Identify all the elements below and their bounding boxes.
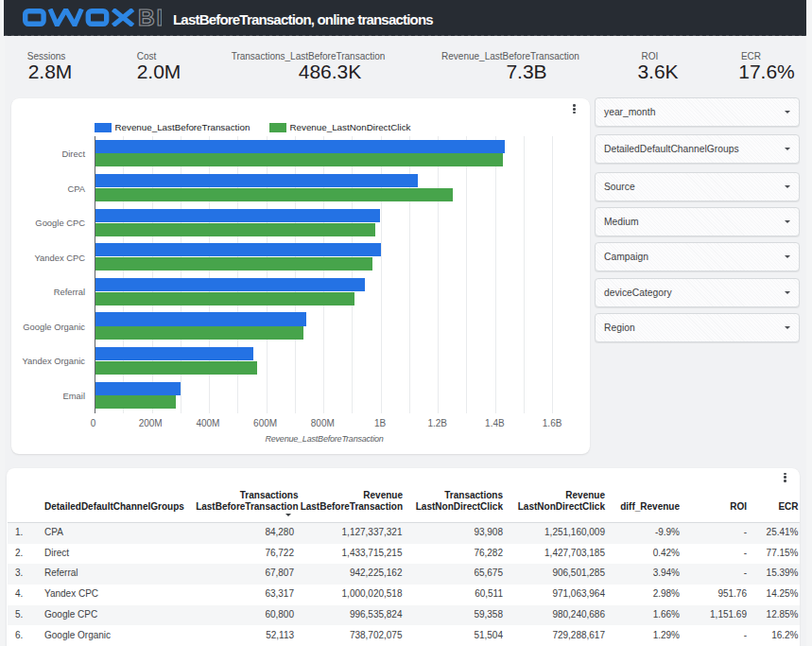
svg-text:BI: BI — [138, 9, 162, 26]
